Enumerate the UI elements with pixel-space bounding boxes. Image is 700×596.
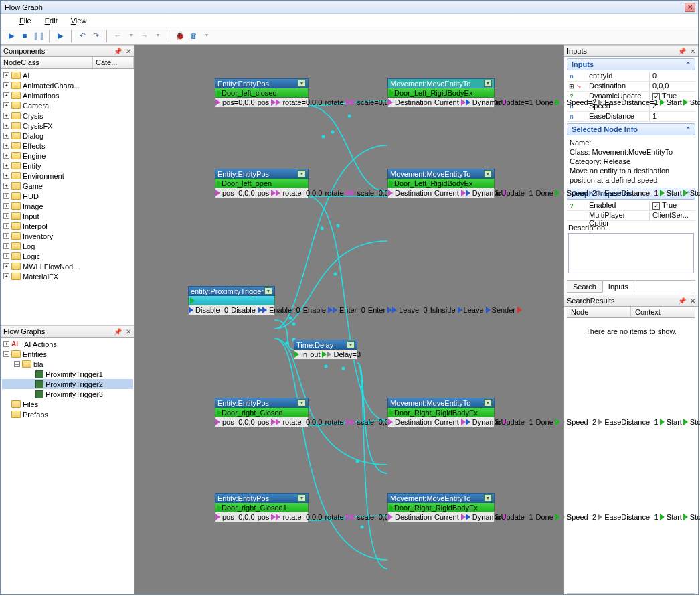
prop-value[interactable]: ClientSer... <box>650 211 695 220</box>
node-entity[interactable] <box>188 296 275 305</box>
tree-item[interactable]: MWLLFlowNod... <box>2 261 133 271</box>
col-context[interactable]: Context <box>631 307 695 317</box>
chevron-up-icon[interactable]: ⌃ <box>685 61 691 68</box>
port-in[interactable] <box>598 419 602 425</box>
graph-node[interactable]: Entity:EntityPos▾Door_right_Closedpos=0,… <box>215 398 309 427</box>
port-out[interactable] <box>461 190 466 196</box>
chevron-down-icon[interactable]: ▾ <box>484 494 492 502</box>
chevron-down-icon[interactable]: ▾ <box>484 399 492 406</box>
node-header[interactable]: Time:Delay▾ <box>294 340 357 350</box>
tree-item-files[interactable]: Files <box>2 399 133 409</box>
components-header[interactable]: NodeClass Cate... <box>1 57 134 69</box>
port-in[interactable] <box>598 514 602 520</box>
pin-icon[interactable]: 📌 <box>114 48 122 55</box>
expand-icon[interactable] <box>3 163 9 169</box>
redo-icon[interactable]: ↷ <box>90 31 101 42</box>
port-out[interactable] <box>458 307 462 313</box>
tree-item-entities[interactable]: Entities <box>2 349 133 359</box>
expand-icon[interactable] <box>3 203 9 209</box>
components-tree[interactable]: AIAnimatedChara...AnimationsCameraCrysis… <box>1 69 134 325</box>
node-header[interactable]: Movement:MoveEntityTo▾ <box>387 398 495 408</box>
tree-item[interactable]: Entity <box>2 161 133 171</box>
port-in[interactable] <box>466 99 470 106</box>
port-in[interactable] <box>215 99 220 106</box>
flowgraphs-panel-title[interactable]: Flow Graphs 📌 ✕ <box>1 325 134 338</box>
close-icon[interactable]: ✕ <box>685 3 695 12</box>
tree-item[interactable]: Image <box>2 201 133 211</box>
expand-icon[interactable] <box>3 113 9 119</box>
port-in[interactable] <box>388 419 393 425</box>
port-in[interactable] <box>276 419 280 425</box>
port-out[interactable] <box>555 190 560 196</box>
node-entity[interactable]: Door_Right_RigidBodyEx <box>387 408 495 417</box>
node-entity[interactable]: Door_Left_RigidBodyEx <box>387 88 495 98</box>
node-header[interactable]: Movement:MoveEntityTo▾ <box>387 169 495 179</box>
port-in[interactable] <box>215 190 220 196</box>
menu-file[interactable]: File <box>17 15 34 26</box>
prop-value[interactable]: 1 <box>650 112 695 121</box>
port-in[interactable] <box>351 514 355 520</box>
tree-item-prox3[interactable]: ProximityTrigger3 <box>2 389 133 399</box>
port-in[interactable] <box>660 99 665 106</box>
port-in[interactable] <box>683 190 688 196</box>
close-icon[interactable]: ✕ <box>686 297 695 305</box>
expand-icon[interactable] <box>3 193 9 199</box>
tree-item[interactable]: Effects <box>2 141 133 151</box>
inputs-section-head[interactable]: Inputs ⌃ <box>567 58 695 70</box>
collapse-icon[interactable] <box>3 351 9 357</box>
node-header[interactable]: Entity:EntityPos▾ <box>215 78 309 88</box>
port-out[interactable] <box>461 419 466 425</box>
tree-item-prox1[interactable]: ProximityTrigger1 <box>2 369 133 379</box>
property-row[interactable]: nentityId0 <box>567 72 695 82</box>
searchresults-header[interactable]: Node Context <box>567 307 695 318</box>
col-nodeclass[interactable]: NodeClass <box>1 57 93 68</box>
port-in[interactable] <box>660 514 665 520</box>
expand-icon[interactable] <box>3 92 9 98</box>
port-out[interactable] <box>258 307 262 313</box>
port-in[interactable] <box>217 90 222 96</box>
node-entity[interactable]: Door_left_closed <box>215 88 309 98</box>
chevron-down-icon[interactable]: ▾ <box>484 170 492 177</box>
port-out[interactable] <box>328 307 333 313</box>
port-out[interactable] <box>461 514 466 520</box>
chevron-down-icon[interactable]: ▾ <box>298 399 306 406</box>
expand-icon[interactable] <box>3 273 9 279</box>
port-in[interactable] <box>294 351 299 358</box>
graph-canvas[interactable]: Entity:EntityPos▾Door_left_closedpos=0,0… <box>135 45 564 594</box>
prop-value[interactable]: 0,0,0 <box>650 82 695 91</box>
port-out[interactable] <box>461 99 466 106</box>
port-in[interactable] <box>389 90 394 96</box>
tree-item[interactable]: Log <box>2 241 133 251</box>
node-entity[interactable]: Door_Left_RigidBodyEx <box>387 179 495 188</box>
port-in[interactable] <box>392 307 397 313</box>
port-in[interactable] <box>217 409 222 416</box>
port-in[interactable] <box>598 99 602 106</box>
port-in[interactable] <box>217 180 222 187</box>
tree-item[interactable]: Animations <box>2 90 133 100</box>
tree-item[interactable]: Environment <box>2 171 133 181</box>
node-header[interactable]: Movement:MoveEntityTo▾ <box>387 78 495 88</box>
node-entity[interactable]: Door_Right_RigidBodyEx <box>387 503 495 512</box>
graph-node[interactable]: Time:Delay▾InoutDelay=3 <box>294 340 357 360</box>
port-in[interactable] <box>276 514 280 520</box>
port-in[interactable] <box>389 409 394 416</box>
port-in[interactable] <box>389 504 394 511</box>
menu-view[interactable]: View <box>68 15 90 26</box>
description-field[interactable] <box>568 233 694 273</box>
chevron-down-icon[interactable]: ▾ <box>484 80 492 87</box>
property-row[interactable]: MultiPlayer OptiorClientSer... <box>567 211 695 221</box>
port-in[interactable] <box>683 514 688 520</box>
port-in[interactable] <box>189 307 193 313</box>
graph-node[interactable]: Movement:MoveEntityTo▾Door_Left_RigidBod… <box>387 78 495 108</box>
expand-icon[interactable] <box>3 102 9 108</box>
chevron-down-icon[interactable]: ▾ <box>264 287 272 295</box>
menu-edit[interactable]: Edit <box>42 15 60 26</box>
port-in[interactable] <box>217 504 222 511</box>
node-header[interactable]: Entity:EntityPos▾ <box>215 493 309 503</box>
port-out[interactable] <box>271 99 276 106</box>
port-out[interactable] <box>346 514 351 520</box>
col-category[interactable]: Cate... <box>93 57 134 68</box>
tab-search[interactable]: Search <box>567 281 602 293</box>
expand-icon[interactable] <box>3 123 9 129</box>
port-in[interactable] <box>598 190 602 196</box>
